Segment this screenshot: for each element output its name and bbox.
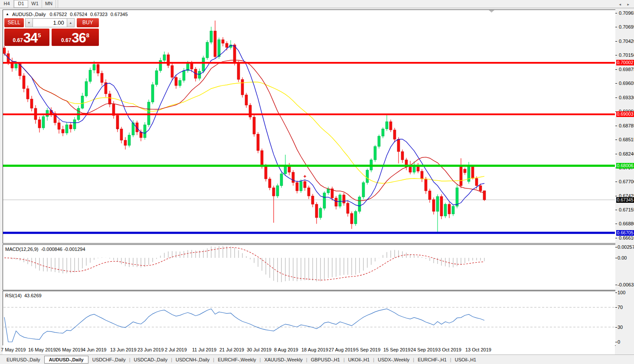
level-price-badge: 0.70002: [616, 60, 634, 65]
date-tick-label: 8 Aug 2019: [274, 347, 298, 352]
buy-price-prefix: 0.67: [61, 37, 71, 43]
rsi-label: RSI(14) 43.6269: [5, 293, 42, 298]
ohlc-high: 0.67524: [70, 12, 87, 17]
axis-tick: [615, 126, 617, 126]
axis-tick: [615, 182, 617, 182]
date-tick-label: 7 May 2019: [1, 347, 26, 352]
symbol-tab-usoil-h1[interactable]: USOil-,H1: [451, 356, 480, 363]
axis-tick: [615, 247, 617, 247]
price-tick-label: 0.66610: [619, 235, 634, 240]
buy-price-big: 36: [72, 32, 85, 45]
date-tick-label: 30 Jul 2019: [247, 347, 271, 352]
level-price-badge: 0.66705: [616, 230, 634, 236]
price-tick-label: 0.66880: [619, 221, 634, 226]
symbol-tab-usdx-weekly[interactable]: USDX-,Weekly: [374, 356, 413, 363]
symbol-tab-xauusd-weekly[interactable]: XAUUSD-,Weekly: [260, 356, 306, 363]
sell-price-pip: 5: [38, 32, 41, 39]
axis-tick: [615, 292, 617, 293]
price-tick-label: 0.69875: [619, 67, 634, 72]
price-tick-label: 0.69330: [619, 95, 634, 100]
tab-scroll-arrows[interactable]: ◂ ▸: [619, 2, 632, 6]
volume-increase-button[interactable]: ▲: [67, 18, 75, 27]
buy-price-button[interactable]: 0.67 36 8: [52, 29, 99, 46]
timeframe-toolbar: H4D1W1MN: [0, 0, 634, 8]
one-click-trading-panel: SELL ▼ 1.00 ▲ BUY 0.67 34 5 0.67 36 8: [4, 18, 99, 46]
symbol-tab-gbpusd-h1[interactable]: GBPUSD-,H1: [307, 356, 344, 363]
sell-price-prefix: 0.67: [13, 37, 23, 43]
symbol-tab-bar: EURUSD-,DailyAUDUSD-,DailyUSDCHF-,Daily|…: [0, 354, 634, 364]
timeframe-button-mn[interactable]: MN: [42, 0, 56, 8]
date-axis[interactable]: 7 May 201916 May 201926 May 20194 Jun 20…: [3, 345, 615, 354]
axis-tick: [615, 342, 617, 342]
price-tick-label: 0.67155: [619, 207, 634, 212]
date-tick-label: 2 Jul 2019: [165, 347, 187, 352]
sell-price-big: 34: [23, 32, 37, 45]
macd-name: MACD(12,26,9): [5, 247, 38, 252]
price-tick-label: 0.70695: [619, 24, 634, 29]
date-tick-label: 15 Sep 2019: [383, 347, 410, 352]
date-tick-label: 13 Jun 2019: [110, 347, 137, 352]
current-price-badge: 0.67345: [616, 197, 634, 203]
date-tick-label: 27 Aug 2019: [329, 347, 356, 352]
axis-tick: [615, 327, 617, 328]
buy-price-pip: 8: [86, 32, 89, 39]
date-tick-label: 3 Oct 2019: [438, 347, 461, 352]
symbol-tab-usdcnh-daily[interactable]: USDCNH-,Daily: [172, 356, 213, 363]
axis-tick: [615, 210, 617, 210]
date-tick-label: 11 Jul 2019: [192, 347, 216, 352]
axis-tick: [615, 27, 617, 27]
macd-values: -0.000846 -0.001294: [41, 247, 85, 252]
macd-tick-label: 0.002574: [618, 244, 634, 250]
axis-tick: [615, 98, 617, 98]
symbol-tab-eurusd-daily[interactable]: EURUSD-,Daily: [3, 356, 44, 363]
sell-price-button[interactable]: 0.67 34 5: [4, 29, 49, 46]
axis-tick: [615, 154, 617, 154]
ohlc-close: 0.67345: [111, 12, 128, 17]
timeframe-button-w1[interactable]: W1: [28, 0, 42, 8]
axis-tick: [615, 41, 617, 42]
timeframe-button-h4[interactable]: H4: [0, 0, 14, 8]
macd-label: MACD(12,26,9) -0.000846 -0.001294: [5, 247, 85, 252]
price-tick-label: 0.70420: [619, 39, 634, 44]
price-tick-label: 0.68515: [619, 137, 634, 142]
macd-panel[interactable]: [3, 244, 616, 290]
date-tick-label: 16 May 2019: [28, 347, 56, 352]
volume-input[interactable]: 1.00: [33, 18, 67, 27]
chart-header: ▲ AUDUSD-,Daily 0.67522 0.67524 0.67323 …: [6, 12, 128, 17]
symbol-tab-eurchf-weekly[interactable]: EURCHF-,Weekly: [214, 356, 260, 363]
date-tick-label: 5 Sep 2019: [356, 347, 380, 352]
timeframe-button-d1[interactable]: D1: [14, 0, 28, 8]
rsi-tick-label: 70: [618, 305, 623, 310]
date-tick-label: 18 Aug 2019: [301, 347, 328, 352]
rsi-tick-label: 0: [618, 339, 620, 344]
price-tick-label: 0.68785: [619, 123, 634, 128]
collapse-arrow-icon[interactable]: ▲: [6, 12, 9, 16]
buy-button[interactable]: BUY: [77, 18, 99, 27]
chart-title: AUDUSD-,Daily: [12, 12, 46, 17]
sell-button[interactable]: SELL: [4, 18, 24, 27]
date-tick-label: 21 Jul 2019: [219, 347, 244, 352]
rsi-panel[interactable]: [3, 291, 616, 346]
axis-tick: [615, 83, 617, 84]
level-price-badge: 0.69003: [616, 111, 634, 117]
rsi-tick-label: 100: [618, 290, 625, 295]
price-tick-label: 0.70965: [619, 10, 634, 16]
axis-tick: [615, 196, 617, 196]
macd-tick-label: -0.006326: [618, 282, 634, 287]
symbol-tab-usdchf-daily[interactable]: USDCHF-,Daily: [88, 356, 130, 363]
symbol-tab-audusd-daily[interactable]: AUDUSD-,Daily: [44, 356, 88, 364]
rsi-tick-label: 30: [618, 325, 623, 330]
symbol-tab-eurchf-h1[interactable]: EURCHF-,H1: [414, 356, 451, 363]
axis-tick: [615, 69, 617, 70]
axis-tick: [615, 13, 617, 13]
price-tick-label: 0.70150: [619, 52, 634, 58]
date-tick-label: 24 Sep 2019: [411, 347, 438, 352]
symbol-tab-ukoil-h1[interactable]: UKOil-,H1: [344, 356, 374, 363]
axis-tick: [615, 238, 617, 238]
ohlc-open: 0.67522: [50, 12, 67, 17]
volume-decrease-button[interactable]: ▼: [25, 18, 33, 27]
symbol-tab-usdcad-daily[interactable]: USDCAD-,Daily: [130, 356, 172, 363]
axis-tick: [615, 285, 617, 285]
price-tick-label: 0.68240: [619, 151, 634, 156]
ohlc-low: 0.67323: [90, 12, 108, 17]
